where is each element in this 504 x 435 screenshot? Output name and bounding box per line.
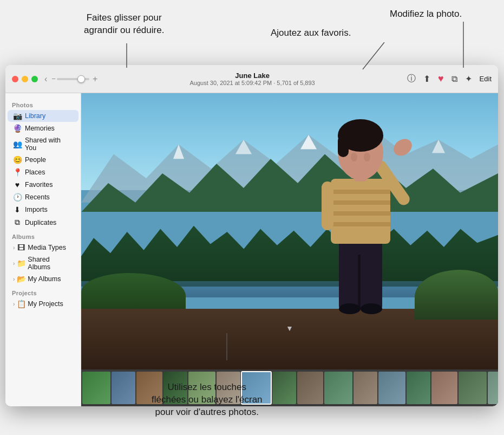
film-thumb[interactable] (324, 372, 352, 404)
photo-meta: August 30, 2021 at 5:09:42 PM · 5,701 of… (97, 80, 407, 86)
favorites-arrow-line (325, 42, 390, 72)
film-thumb[interactable] (163, 372, 187, 404)
media-types-icon: 🎞 (17, 243, 25, 252)
plus-icon: + (93, 74, 97, 84)
film-thumb[interactable] (354, 372, 377, 404)
sidebar-item-recents[interactable]: 🕐 Recents (8, 191, 78, 203)
info-icon[interactable]: ⓘ (407, 73, 416, 85)
projects-section-label: Projects (5, 285, 81, 297)
sidebar-item-people[interactable]: 😊 People (8, 154, 78, 166)
titlebar-actions: ⓘ ⬆ ♥ ⧉ ✦ Edit (407, 73, 492, 85)
svg-rect-15 (331, 222, 390, 226)
filmstrip-collapse-icon[interactable]: ▼ (286, 324, 293, 333)
film-thumb[interactable] (272, 372, 296, 404)
svg-point-23 (351, 153, 357, 161)
film-thumb[interactable] (112, 372, 135, 404)
svg-rect-16 (322, 181, 333, 230)
traffic-lights (12, 76, 38, 82)
sidebar-item-shared-albums[interactable]: › 📁 Shared Albums (8, 254, 78, 272)
minus-icon: − (51, 75, 56, 83)
film-thumb[interactable] (188, 372, 215, 404)
photos-section-label: Photos (5, 98, 81, 109)
sidebar-item-media-types[interactable]: › 🎞 Media Types (8, 242, 78, 254)
back-arrow-icon[interactable]: ‹ (44, 74, 47, 84)
sidebar-item-my-projects[interactable]: › 📋 My Projects (8, 298, 78, 310)
bush-right (415, 270, 498, 320)
sidebar-item-duplicates[interactable]: ⧉ Duplicates (8, 216, 78, 229)
film-thumb[interactable] (378, 372, 405, 404)
maximize-button[interactable] (31, 76, 38, 82)
svg-rect-12 (331, 190, 390, 194)
share-icon[interactable]: ⬆ (423, 74, 430, 84)
titlebar-center: June Lake August 30, 2021 at 5:09:42 PM … (97, 72, 407, 86)
photo-scene: ▼ (81, 93, 498, 369)
sidebar-item-label-library: Library (25, 112, 45, 120)
film-thumb[interactable] (136, 372, 162, 404)
main-photo[interactable]: ▼ (81, 93, 498, 369)
zoom-slider-track[interactable] (57, 78, 89, 80)
enhance-icon[interactable]: ✦ (465, 74, 472, 84)
shared-albums-icon: 📁 (17, 259, 25, 268)
person-svg (306, 114, 415, 320)
sidebar-item-library[interactable]: 📷 Library (8, 110, 78, 122)
chevron-my-albums-icon: › (13, 276, 15, 282)
duplicates-icon: ⧉ (13, 218, 22, 227)
drag-annotation: Faites glisser pour agrandir ou réduire. (84, 12, 164, 37)
film-thumb[interactable] (82, 372, 110, 404)
mountains-svg (81, 115, 498, 212)
film-thumb[interactable] (488, 372, 498, 404)
favorite-icon[interactable]: ♥ (438, 73, 444, 85)
drag-arrow-line (126, 43, 127, 68)
svg-point-24 (364, 153, 370, 161)
film-thumb[interactable] (217, 372, 240, 404)
sidebar-item-shared-with-you[interactable]: 👥 Shared with You (8, 135, 78, 153)
zoom-slider-thumb[interactable] (77, 75, 85, 83)
chevron-shared-albums-icon: › (13, 261, 15, 267)
svg-rect-13 (331, 200, 390, 205)
zoom-slider-container[interactable]: − + (51, 74, 97, 84)
sidebar-item-my-albums[interactable]: › 📂 My Albums (8, 273, 78, 285)
sidebar-item-label-places: Places (25, 168, 45, 176)
svg-rect-10 (358, 255, 361, 309)
arrows-arrow-line (226, 333, 227, 360)
minimize-button[interactable] (22, 76, 28, 82)
edit-annotation: Modifiez la photo. (390, 8, 462, 21)
sidebar-item-imports[interactable]: ⬇ Imports (8, 204, 78, 216)
shared-with-you-icon: 👥 (13, 140, 22, 148)
favorites-icon: ♥ (13, 180, 22, 189)
sidebar-item-label-recents: Recents (25, 193, 50, 201)
app-window: ‹ − + June Lake August 30, 2021 at 5:09:… (5, 65, 498, 406)
film-thumb[interactable] (297, 372, 323, 404)
albums-section-label: Albums (5, 229, 81, 241)
favorites-annotation: Ajoutez aux favoris. (271, 27, 351, 40)
memories-icon: 🔮 (13, 124, 22, 133)
sidebar: Photos 📷 Library 🔮 Memories 👥 Shared wit… (5, 93, 81, 406)
my-albums-icon: 📂 (17, 275, 25, 283)
sidebar-item-label-imports: Imports (25, 206, 48, 213)
film-thumb[interactable] (431, 372, 457, 404)
titlebar: ‹ − + June Lake August 30, 2021 at 5:09:… (5, 65, 498, 93)
film-thumb-selected[interactable] (241, 372, 271, 404)
sidebar-item-label-favorites: Favorites (25, 181, 53, 189)
svg-rect-14 (331, 211, 390, 216)
sidebar-item-label-memories: Memories (25, 125, 55, 132)
film-thumb[interactable] (407, 372, 430, 404)
filmstrip[interactable] (81, 369, 498, 406)
people-icon: 😊 (13, 155, 22, 164)
duplicate-icon[interactable]: ⧉ (451, 74, 457, 84)
sidebar-item-label-my-projects: My Projects (28, 300, 63, 308)
sidebar-item-label-shared-albums: Shared Albums (28, 256, 73, 271)
svg-point-22 (390, 135, 415, 159)
film-thumb[interactable] (459, 372, 487, 404)
sidebar-item-favorites[interactable]: ♥ Favorites (8, 179, 78, 191)
library-icon: 📷 (13, 112, 22, 120)
photo-title: June Lake (97, 72, 407, 80)
edit-arrow-line (463, 22, 464, 68)
photo-area: ▼ (81, 93, 498, 406)
edit-button[interactable]: Edit (480, 75, 492, 83)
chevron-my-projects-icon: › (13, 301, 15, 307)
sidebar-item-places[interactable]: 📍 Places (8, 166, 78, 178)
imports-icon: ⬇ (13, 205, 22, 214)
close-button[interactable] (12, 76, 18, 82)
sidebar-item-memories[interactable]: 🔮 Memories (8, 122, 78, 134)
